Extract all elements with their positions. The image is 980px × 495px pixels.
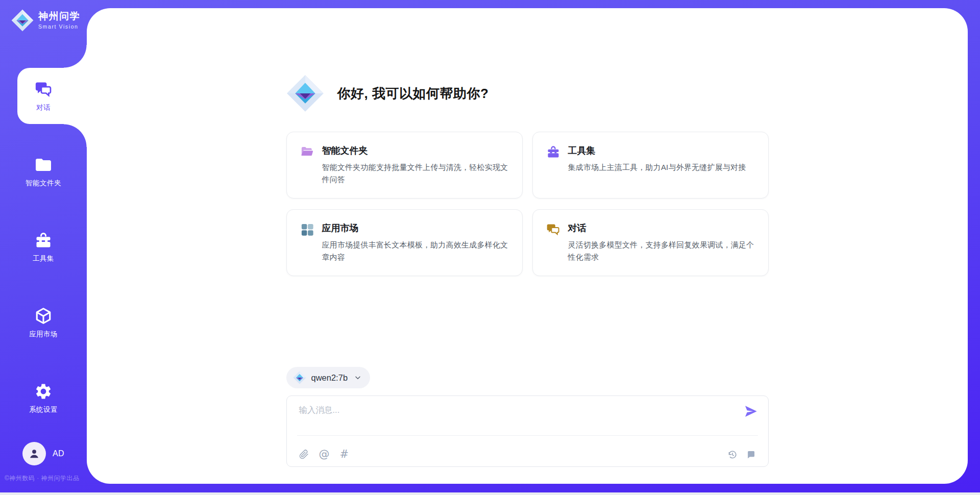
send-button[interactable] — [743, 404, 758, 419]
model-selector-row: qwen2:7b — [286, 367, 769, 388]
feature-cards: 智能文件夹 智能文件夹功能支持批量文件上传与清洗，轻松实现文件问答 工具集 — [286, 132, 769, 276]
mention-button[interactable]: @ — [319, 449, 330, 460]
model-name: qwen2:7b — [311, 373, 348, 383]
greeting-block: 你好, 我可以如何帮助你? — [286, 75, 769, 112]
chevron-down-icon — [354, 374, 362, 382]
card-title: 智能文件夹 — [322, 144, 509, 157]
card-app-market[interactable]: 应用市场 应用市场提供丰富长文本模板，助力高效生成多样化文章内容 — [286, 209, 523, 276]
message-composer: @ # — [286, 395, 769, 467]
sidebar-item-chat[interactable]: 对话 — [0, 68, 87, 124]
brand-subtitle: Smart Vision — [38, 23, 80, 30]
card-title: 应用市场 — [322, 222, 509, 234]
toolbox-icon — [34, 231, 53, 250]
chat-bubble-icon — [746, 450, 756, 460]
message-input[interactable] — [298, 404, 723, 432]
gear-icon — [34, 382, 53, 401]
hash-icon: # — [340, 449, 349, 460]
sidebar-item-smart-folder[interactable]: 智能文件夹 — [0, 143, 87, 200]
chat-icon — [34, 80, 53, 98]
grid-icon — [300, 222, 314, 237]
chat-icon — [546, 222, 560, 237]
user-name: AD — [53, 449, 64, 458]
avatar — [22, 442, 46, 465]
sidebar-item-label: 智能文件夹 — [26, 179, 61, 188]
card-title: 工具集 — [568, 144, 746, 157]
send-icon — [743, 404, 758, 419]
sidebar-item-settings[interactable]: 系统设置 — [0, 370, 87, 426]
paperclip-icon — [299, 450, 309, 459]
composer-divider — [297, 435, 758, 436]
greeting-title: 你好, 我可以如何帮助你? — [337, 85, 489, 103]
sidebar-item-toolset[interactable]: 工具集 — [0, 219, 87, 275]
toolbox-icon — [546, 145, 560, 159]
history-icon — [727, 450, 738, 460]
folder-open-icon — [300, 145, 314, 159]
card-description: 集成市场上主流工具，助力AI与外界无缝扩展与对接 — [568, 161, 746, 174]
footer-credit: ©神州数码 · 神州问学出品 — [5, 474, 112, 483]
brand-name: 神州问学 — [38, 11, 80, 22]
sidebar: 神州问学 Smart Vision 对话 智能文件夹 — [0, 0, 87, 495]
sidebar-item-label: 对话 — [36, 103, 51, 112]
feedback-button[interactable] — [746, 450, 756, 460]
app-window: 你好, 我可以如何帮助你? 智能文件夹 智能文件夹功能支持批量文件上传与清洗，轻… — [0, 0, 980, 495]
main-panel: 你好, 我可以如何帮助你? 智能文件夹 智能文件夹功能支持批量文件上传与清洗，轻… — [87, 8, 968, 484]
at-icon: @ — [319, 449, 330, 460]
bottom-strip — [0, 492, 980, 495]
cube-icon — [34, 307, 53, 325]
brand-diamond-icon — [11, 9, 34, 32]
composer-toolbar: @ # — [299, 449, 756, 460]
card-smart-folder[interactable]: 智能文件夹 智能文件夹功能支持批量文件上传与清洗，轻松实现文件问答 — [286, 132, 523, 199]
topic-button[interactable]: # — [340, 449, 349, 460]
card-chat[interactable]: 对话 灵活切换多模型文件，支持多样回复效果调试，满足个性化需求 — [532, 209, 769, 276]
card-description: 灵活切换多模型文件，支持多样回复效果调试，满足个性化需求 — [568, 239, 755, 264]
sidebar-item-label: 工具集 — [33, 254, 54, 263]
user-account[interactable]: AD — [0, 442, 87, 465]
sidebar-item-label: 应用市场 — [29, 330, 58, 339]
brand-diamond-icon — [293, 371, 306, 384]
brand-diamond-icon — [286, 75, 324, 112]
card-description: 应用市场提供丰富长文本模板，助力高效生成多样化文章内容 — [322, 239, 509, 264]
folder-icon — [34, 156, 53, 174]
brand-logo-block: 神州问学 Smart Vision — [11, 9, 80, 32]
model-selector[interactable]: qwen2:7b — [286, 367, 371, 388]
person-icon — [28, 447, 41, 460]
card-title: 对话 — [568, 222, 755, 234]
sidebar-item-app-market[interactable]: 应用市场 — [0, 294, 87, 351]
sidebar-item-label: 系统设置 — [29, 405, 58, 414]
history-button[interactable] — [727, 450, 738, 460]
card-description: 智能文件夹功能支持批量文件上传与清洗，轻松实现文件问答 — [322, 161, 509, 186]
attach-button[interactable] — [299, 450, 309, 459]
card-toolset[interactable]: 工具集 集成市场上主流工具，助力AI与外界无缝扩展与对接 — [532, 132, 769, 199]
